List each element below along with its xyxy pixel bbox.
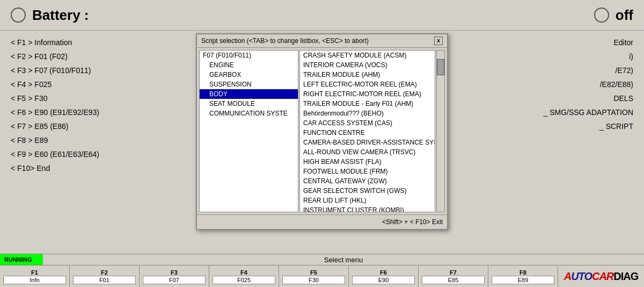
right-list-item[interactable]: CENTRAL GATEWAY (ZGW)	[300, 176, 435, 186]
right-list-item[interactable]: TRAILER MODULE (AHM)	[300, 70, 435, 80]
dialog-body: F07 (F010/F011)ENGINEGEARBOXSUSPENSIONBO…	[197, 48, 447, 214]
right-list-item[interactable]: GEAR SELECTOR SWITCH (GWS)	[300, 186, 435, 196]
fn-bottom-f5: F30	[282, 276, 345, 284]
scrollbar[interactable]	[436, 50, 445, 212]
right-list-item[interactable]: LEFT ELECTRIC-MOTOR REEL (EMA)	[300, 80, 435, 89]
main-content: < F1 > Information< F2 > F01 (F02)< F3 >…	[0, 31, 644, 254]
right-list-item[interactable]: ALL-ROUND VIEW CAMERA (TRSVC)	[300, 147, 435, 157]
right-list-item[interactable]: CAMERA-BASED DRIVER-ASSISTANCE SYSTE	[300, 138, 435, 147]
right-list-item[interactable]: CAR ACCESS SYSTEM (CAS)	[300, 118, 435, 128]
fn-bottom-f2: F01	[73, 276, 135, 284]
fn-top-f8: F8	[519, 269, 526, 276]
top-right: off	[594, 7, 633, 24]
battery-label: Battery :	[32, 7, 89, 24]
fn-group-f1[interactable]: F1Info	[0, 265, 70, 287]
right-list-item[interactable]: INTERIOR CAMERA (VOCS)	[300, 60, 435, 70]
right-list-item[interactable]: FUNCTION CENTRE	[300, 128, 435, 138]
fn-top-f2: F2	[101, 269, 108, 276]
fn-group-f5[interactable]: F5F30	[279, 265, 349, 287]
select-menu-label: Select menu	[43, 256, 644, 264]
left-list-item[interactable]: F07 (F010/F011)	[200, 51, 298, 60]
fn-top-f3: F3	[171, 269, 178, 276]
right-list-item[interactable]: HIGH BEAM ASSIST (FLA)	[300, 157, 435, 167]
fn-top-f1: F1	[31, 269, 38, 276]
left-list-item[interactable]: GEARBOX	[200, 70, 298, 80]
logo-text: AUTOCARDIAG	[564, 270, 639, 283]
script-selection-dialog: Script selection (<TAB> to change listbo…	[196, 33, 448, 230]
left-list-item[interactable]: SUSPENSION	[200, 80, 298, 89]
top-bar: Battery : off	[0, 0, 644, 31]
running-badge: RUNNING	[0, 254, 43, 265]
fn-bottom-f8: E89	[492, 276, 554, 284]
fn-bottom-f3: F07	[143, 276, 205, 284]
left-list-item[interactable]: SEAT MODULE	[200, 99, 298, 109]
right-list-item[interactable]: Behördenmodul??? (BEHO)	[300, 109, 435, 118]
top-left-circle-button[interactable]	[11, 8, 26, 23]
fn-group-f7[interactable]: F7E85	[419, 265, 488, 287]
logo-area: AUTOCARDIAG	[558, 265, 644, 287]
footer-right-text: <Shift> + < F10> Exit	[382, 218, 443, 226]
off-label: off	[616, 7, 633, 24]
fn-group-f4[interactable]: F4F025	[209, 265, 279, 287]
fn-top-f4: F4	[240, 269, 247, 276]
fn-group-f2[interactable]: F2F01	[70, 265, 140, 287]
bottom-bar: RUNNING Select menu F1InfoF2F01F3F07F4F0…	[0, 254, 644, 287]
top-left: Battery :	[11, 7, 89, 24]
right-list-item[interactable]: REAR LID LIFT (HKL)	[300, 196, 435, 205]
fn-top-f7: F7	[450, 269, 457, 276]
left-list-item[interactable]: BODY	[200, 89, 298, 99]
fn-bottom-f4: F025	[213, 276, 275, 284]
right-list-item[interactable]: FOOTWELL MODULE (FRM)	[300, 167, 435, 176]
left-list-item[interactable]: COMMUNICATION SYSTE	[200, 109, 298, 118]
top-right-circle-button[interactable]	[594, 8, 609, 23]
left-list-panel[interactable]: F07 (F010/F011)ENGINEGEARBOXSUSPENSIONBO…	[199, 50, 298, 212]
fn-bottom-f6: E90	[352, 276, 414, 284]
left-list-item[interactable]: ENGINE	[200, 60, 298, 70]
modal-overlay: Script selection (<TAB> to change listbo…	[0, 31, 644, 254]
fn-group-f6[interactable]: F6E90	[349, 265, 419, 287]
fn-group-f3[interactable]: F3F07	[140, 265, 209, 287]
fn-top-f6: F6	[380, 269, 387, 276]
fn-bottom-f7: E85	[422, 276, 484, 284]
dialog-titlebar: Script selection (<TAB> to change listbo…	[197, 34, 447, 48]
fn-top-f5: F5	[310, 269, 317, 276]
dialog-title: Script selection (<TAB> to change listbo…	[201, 37, 369, 45]
fn-bottom-f1: Info	[3, 276, 65, 284]
fn-bar: F1InfoF2F01F3F07F4F025F5F30F6E90F7E85F8E…	[0, 265, 644, 287]
right-list-item[interactable]: CRASH SAFETY MODULE (ACSM)	[300, 51, 435, 60]
status-bar: RUNNING Select menu	[0, 254, 644, 265]
dialog-footer: <Shift> + < F10> Exit	[197, 214, 447, 229]
right-list-panel[interactable]: CRASH SAFETY MODULE (ACSM)INTERIOR CAMER…	[299, 50, 435, 212]
right-list-item[interactable]: RIGHT ELECTRIC-MOTOR REEL (EMA)	[300, 89, 435, 99]
right-list-item[interactable]: TRAILER MODULE - Early F01 (AHM)	[300, 99, 435, 109]
dialog-close-button[interactable]: x	[434, 37, 443, 45]
right-list-item[interactable]: INSTRUMENT CLUSTER (KOMBI)	[300, 205, 435, 212]
scrollbar-thumb[interactable]	[437, 59, 444, 75]
fn-group-f8[interactable]: F8E89	[488, 265, 558, 287]
